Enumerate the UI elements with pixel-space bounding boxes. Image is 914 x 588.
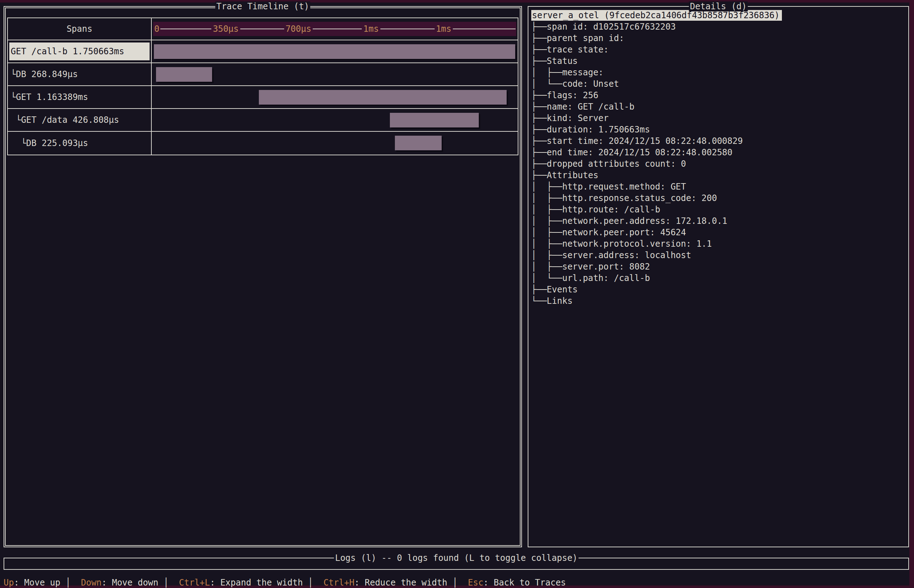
detail-line[interactable]: ├──end time: 2024/12/15 08:22:48.002580 (531, 147, 906, 158)
help-desc: : Back to Traces (483, 578, 566, 588)
detail-line[interactable]: │ ├──message: (531, 67, 906, 78)
axis-tick: 350µs (212, 24, 240, 34)
span-row[interactable]: └GET 1.163389ms (8, 86, 518, 109)
details-title: Details (d) (689, 2, 748, 11)
span-duration-bar (154, 44, 515, 59)
detail-line[interactable]: ├──Attributes (531, 170, 906, 181)
help-key: Ctrl+H (323, 578, 355, 588)
help-bar: Up: Move up │ Down: Move down │ Ctrl+L: … (3, 578, 911, 588)
trace-timeline-panel: Trace Timeline (t) Spans 0350µs700µs1ms1… (3, 6, 522, 547)
detail-line[interactable]: │ ├──http.request.method: GET (531, 181, 906, 192)
detail-line[interactable]: │ ├──network.protocol.version: 1.1 (531, 238, 906, 250)
help-separator: │ (303, 578, 323, 588)
span-label: GET /call-b 1.750663ms (9, 42, 150, 60)
axis-tick: 700µs (284, 24, 313, 34)
help-key: Ctrl+L (179, 578, 210, 588)
detail-line[interactable]: │ ├──network.peer.port: 45624 (531, 227, 906, 238)
terminal-right-strip (909, 0, 914, 588)
span-label: └GET 1.163389ms (9, 88, 150, 106)
span-duration-bar (156, 67, 212, 82)
axis-tick: 1ms (434, 24, 453, 34)
span-duration-bar (259, 90, 507, 105)
detail-line[interactable]: ├──flags: 256 (531, 90, 906, 101)
span-label: └GET /data 426.808µs (9, 111, 150, 129)
span-label-cell[interactable]: └GET /data 426.808µs (8, 109, 152, 131)
time-axis: 0350µs700µs1ms1ms (153, 22, 516, 36)
detail-line[interactable]: │ └──url.path: /call-b (531, 272, 906, 284)
detail-line[interactable]: ├──Events (531, 284, 906, 295)
span-label-cell[interactable]: └DB 268.849µs (8, 63, 152, 85)
detail-line[interactable]: │ ├──network.peer.address: 172.18.0.1 (531, 215, 906, 227)
help-key: Up (3, 578, 14, 588)
detail-line[interactable]: ├──span id: d102517c67632203 (531, 21, 906, 32)
detail-line[interactable]: ├──duration: 1.750663ms (531, 124, 906, 135)
span-label: └DB 225.093µs (9, 134, 150, 152)
detail-line[interactable]: ├──kind: Server (531, 113, 906, 124)
help-desc: : Move down (102, 578, 158, 588)
span-duration-bar (395, 136, 442, 150)
span-label-cell[interactable]: └DB 225.093µs (8, 132, 152, 155)
terminal-top-strip (0, 0, 914, 3)
span-label-cell[interactable]: GET /call-b 1.750663ms (8, 40, 152, 63)
help-desc: : Move up (14, 578, 60, 588)
trace-timeline-title: Trace Timeline (t) (215, 2, 310, 11)
axis-line (154, 29, 515, 29)
logs-title: Logs (l) -- 0 logs found (L to toggle co… (334, 553, 578, 563)
span-row[interactable]: GET /call-b 1.750663ms (8, 40, 518, 63)
detail-line[interactable]: │ ├──server.address: localhost (531, 250, 906, 261)
span-track-cell (152, 132, 518, 155)
span-track-cell (152, 40, 518, 63)
detail-line[interactable]: ├──name: GET /call-b (531, 101, 906, 113)
help-separator: │ (158, 578, 179, 588)
detail-line[interactable]: │ └──code: Unset (531, 78, 906, 90)
detail-line[interactable]: │ ├──server.port: 8082 (531, 261, 906, 272)
detail-line[interactable]: ├──Status (531, 55, 906, 67)
help-key: Esc (468, 578, 483, 588)
detail-line[interactable]: ├──start time: 2024/12/15 08:22:48.00082… (531, 135, 906, 147)
axis-tick: 0 (154, 24, 160, 34)
time-axis-cell: 0350µs700µs1ms1ms (152, 18, 518, 40)
span-label: └DB 268.849µs (9, 65, 150, 83)
span-row[interactable]: └GET /data 426.808µs (8, 109, 518, 132)
span-row[interactable]: └DB 268.849µs (8, 63, 518, 86)
span-track-cell (152, 63, 518, 85)
detail-line[interactable]: └──Links (531, 295, 906, 307)
detail-line[interactable]: ├──parent span id: (531, 32, 906, 44)
help-separator: │ (60, 578, 81, 588)
details-panel: Details (d) server_a_otel (9fcedeb2ca140… (528, 6, 909, 547)
axis-tick: 1ms (362, 24, 380, 34)
logs-panel: Logs (l) -- 0 logs found (L to toggle co… (3, 558, 909, 570)
span-label-cell[interactable]: └GET 1.163389ms (8, 86, 152, 108)
detail-line[interactable]: ├──dropped attributes count: 0 (531, 158, 906, 170)
help-key: Down (81, 578, 102, 588)
spans-header-cell: Spans (8, 18, 152, 40)
spans-table: Spans 0350µs700µs1ms1ms GET /call-b 1.75… (7, 18, 518, 155)
help-separator: │ (447, 578, 468, 588)
app-screen: Trace Timeline (t) Spans 0350µs700µs1ms1… (0, 0, 914, 588)
span-track-cell (152, 86, 518, 108)
span-row[interactable]: └DB 225.093µs (8, 132, 518, 155)
span-duration-bar (390, 113, 479, 128)
help-desc: : Reduce the width (355, 578, 447, 588)
detail-line[interactable]: │ ├──http.route: /call-b (531, 204, 906, 215)
help-desc: : Expand the width (210, 578, 303, 588)
detail-line[interactable]: ├──trace state: (531, 44, 906, 55)
detail-line[interactable]: │ ├──http.response.status_code: 200 (531, 192, 906, 204)
details-root-node[interactable]: server_a_otel (9fcedeb2ca1406df43b8587b3… (531, 10, 782, 21)
span-track-cell (152, 109, 518, 131)
details-tree: server_a_otel (9fcedeb2ca1406df43b8587b3… (531, 10, 906, 544)
spans-table-header-row: Spans 0350µs700µs1ms1ms (8, 18, 518, 40)
